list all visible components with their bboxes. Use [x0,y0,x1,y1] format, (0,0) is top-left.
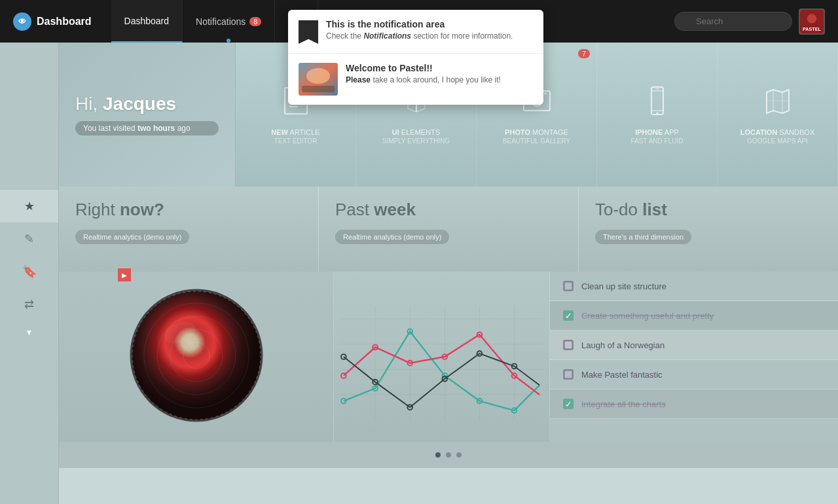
main-content: Hi, Jacques You last visited two hours a… [59,43,838,504]
greeting-panel: Hi, Jacques You last visited two hours a… [59,43,236,187]
notification-italic: Notifications [363,31,411,41]
notification-title-1: This is the notification area [326,19,513,29]
greeting-name: Jacques [103,94,176,114]
notification-item-2: Welcome to Pastel!! Please take a look a… [288,54,543,105]
analytics-col-todo: To-do list There's a third dimension [579,187,838,272]
bottom-area: Clean up site structure ✓ Create somethi… [59,272,838,442]
search-area: PASTEL [674,9,825,35]
svg-rect-55 [564,370,572,378]
eye-icon: 👁 [13,12,31,31]
photo-badge: 7 [578,49,590,58]
nav-item-dashboard[interactable]: Dashboard [111,0,183,43]
page-dot-1[interactable] [435,452,441,458]
analytics-section: ▶ Right now? Realtime analytics (demo on… [59,187,838,272]
notification-welcome: Welcome to Pastel!! Please take a look a… [346,63,501,84]
logo[interactable]: 👁 Dashboard [13,12,92,31]
todo-text-1: Clean up site structure [581,281,825,291]
todo-item-4: Make Pastel fantastic [550,360,838,389]
analytics-heading-week: Past week [335,200,562,220]
notification-tooltip: This is the notification area Check the … [288,10,543,105]
todo-item-2: ✓ Create something useful and pretty [550,301,838,331]
svg-point-11 [544,92,547,95]
notifications-dot [227,39,230,43]
analytics-heading-todo: To-do list [595,200,822,220]
todo-text-4: Make Pastel fantastic [581,370,825,380]
greeting-hi: Hi, [75,94,98,114]
chart-panel [334,272,550,442]
todo-checkbox-4[interactable] [563,369,574,380]
target-circle [128,287,265,427]
feature-tile-label-location: LOCATION SANDBOX GOOGLE MAPS API [740,128,814,145]
target-panel [59,272,334,442]
page-dot-2[interactable] [446,452,451,458]
svg-rect-53 [564,282,572,290]
sidebar-tabs: ★ ✎ 🔖 ⇄ [0,187,58,324]
chart-svg [340,285,543,429]
sidebar-tab-bookmarks[interactable]: 🔖 [0,255,58,288]
analytics-col-now: Right now? Realtime analytics (demo only… [59,187,319,272]
sidebar-tab-favorites[interactable]: ★ [0,190,58,223]
todo-panel: Clean up site structure ✓ Create somethi… [550,272,838,442]
sidebar-tab-shuffle[interactable]: ⇄ [0,288,58,321]
last-visited: You last visited two hours ago [75,121,219,135]
search-input[interactable] [674,12,792,31]
svg-rect-54 [564,341,572,349]
svg-rect-5 [302,86,335,92]
search-wrap [674,12,792,31]
feature-tile-label-article: NEW ARTICLE TEXT EDITOR [271,128,319,145]
avatar[interactable]: PASTEL [799,9,825,35]
bookmark-icon [299,20,318,44]
feature-tile-iphone[interactable]: IPHONE APP FAST AND FLUID [597,43,718,187]
tag-indicator: ▶ [118,268,131,281]
todo-checkbox-1[interactable] [563,281,574,291]
notifications-badge: 8 [249,17,261,26]
todo-checkbox-3[interactable] [563,340,574,350]
todo-item-3: Laugh of a Norwegian [550,331,838,360]
analytics-heading-now: Right now? [75,200,302,220]
svg-text:PASTEL: PASTEL [803,26,821,31]
todo-checkbox-2[interactable]: ✓ [563,310,574,321]
sidebar-arrow-down: ▼ [0,324,58,340]
svg-point-1 [807,14,816,23]
nav-item-notifications[interactable]: Notifications 8 [183,0,275,43]
sidebar-tab-edit[interactable]: ✎ [0,223,58,255]
svg-rect-16 [655,88,659,90]
feature-tile-label-iphone: IPHONE APP FAST AND FLUID [631,128,683,145]
notification-item-1: This is the notification area Check the … [288,10,543,54]
analytics-col-week: Past week Realtime analytics (demo only) [319,187,579,272]
feature-tile-label-ui: UI ELEMENTS SIMPLY EVERYTHING [382,128,450,145]
analytics-btn-now[interactable]: Realtime analytics (demo only) [75,230,189,244]
feature-tile-location[interactable]: LOCATION SANDBOX GOOGLE MAPS API [718,43,838,187]
notification-body-1: Check the Notifications section for more… [326,31,513,41]
svg-point-4 [306,68,330,84]
analytics-btn-todo[interactable]: There's a third dimension [595,230,691,244]
pagination [59,442,838,468]
todo-item-1: Clean up site structure [550,272,838,301]
notification-title-2: Welcome to Pastel!! [346,63,501,73]
greeting-heading: Hi, Jacques [75,94,219,115]
notification-thumbnail [299,63,338,96]
sidebar: ★ ✎ 🔖 ⇄ ▼ [0,43,59,504]
svg-point-15 [656,112,659,115]
todo-text-5: Integrate all the charts [581,399,825,409]
feature-tile-label-photo: PHOTO MONTAGE BEAUTIFUL GALLERY [503,128,570,145]
todo-item-5: ✓ Integrate all the charts [550,389,838,419]
notification-body-2: Please take a look around, I hope you li… [346,75,501,84]
location-icon [761,84,794,122]
svg-point-19 [131,290,262,421]
todo-checkbox-5[interactable]: ✓ [563,399,574,409]
page-dot-3[interactable] [456,452,462,458]
todo-text-3: Laugh of a Norwegian [581,340,825,350]
notification-text-1: This is the notification area Check the … [326,19,513,41]
logo-text: Dashboard [37,16,92,27]
iphone-icon [641,84,674,122]
todo-text-2: Create something useful and pretty [581,311,825,321]
analytics-btn-week[interactable]: Realtime analytics (demo only) [335,230,449,244]
